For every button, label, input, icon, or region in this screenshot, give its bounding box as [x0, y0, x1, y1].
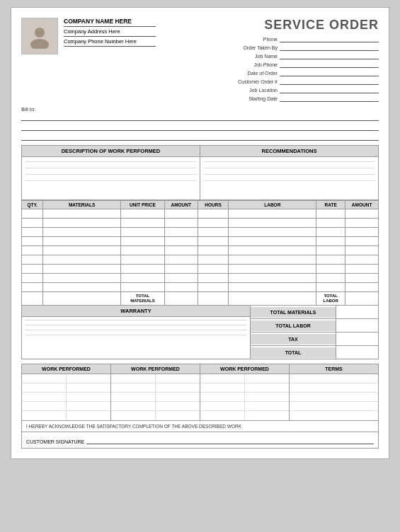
work-cell[interactable]	[22, 393, 67, 401]
bill-to-line-3[interactable]	[21, 134, 379, 141]
starting-date-input[interactable]	[280, 95, 379, 102]
work-cell[interactable]	[111, 402, 156, 410]
work-performed-section: WORK PERFORMED WORK PERFORMED WORK PERFO…	[21, 364, 379, 421]
work-col1-header: WORK PERFORMED	[22, 364, 111, 374]
total-materials-label: TOTAL MATERIALS	[251, 307, 336, 318]
table-row[interactable]	[22, 228, 379, 237]
work-inner-row[interactable]	[111, 383, 200, 393]
total-materials-value[interactable]	[336, 306, 378, 318]
date-of-order-label: Date of Order	[221, 71, 278, 76]
work-inner-row[interactable]	[200, 411, 289, 420]
date-of-order-row: Date of Order	[221, 69, 379, 76]
work-inner-row[interactable]	[111, 374, 200, 383]
work-cell[interactable]	[200, 383, 245, 392]
work-cell[interactable]	[67, 383, 110, 392]
terms-row[interactable]	[290, 411, 378, 420]
date-of-order-input[interactable]	[280, 69, 379, 76]
work-cell[interactable]	[245, 374, 289, 383]
work-cell[interactable]	[67, 374, 110, 383]
work-cell[interactable]	[22, 383, 67, 392]
work-cell[interactable]	[22, 374, 67, 383]
work-cell[interactable]	[245, 411, 289, 420]
terms-row[interactable]	[290, 383, 378, 393]
acknowledgment-section: I HEREBY ACKNOWLEDGE THE SATISFACTORY CO…	[21, 421, 379, 432]
work-inner-row[interactable]	[22, 411, 110, 420]
work-cell[interactable]	[111, 374, 156, 383]
work-inner-row[interactable]	[200, 374, 289, 383]
col-header-amount: AMOUNT	[164, 201, 198, 209]
table-row[interactable]	[22, 246, 379, 255]
work-inner-row[interactable]	[200, 383, 289, 393]
work-cell[interactable]	[67, 411, 110, 420]
work-cell[interactable]	[67, 393, 110, 401]
work-cell[interactable]	[200, 411, 245, 420]
table-row[interactable]	[22, 219, 379, 228]
work-inner-row[interactable]	[111, 393, 200, 402]
work-cell[interactable]	[156, 374, 200, 383]
table-row[interactable]	[22, 283, 379, 292]
order-fields: Phone Order Taken By Job Name Job Phone …	[221, 35, 379, 102]
description-header-row: DESCRIPTION OF WORK PERFORMED RECOMMENDA…	[22, 146, 378, 157]
terms-row[interactable]	[290, 402, 378, 411]
bill-to-line-2[interactable]	[21, 124, 379, 131]
work-cell[interactable]	[245, 393, 289, 401]
bill-to-line-1[interactable]	[21, 114, 379, 121]
work-inner-row[interactable]	[111, 411, 200, 420]
work-body-col4-terms	[290, 374, 378, 420]
table-row[interactable]	[22, 209, 379, 219]
order-taken-by-input[interactable]	[280, 44, 379, 51]
work-cell[interactable]	[111, 383, 156, 392]
company-photo	[21, 18, 58, 54]
work-col2-header: WORK PERFORMED	[111, 364, 200, 374]
desc-work-performed-header: DESCRIPTION OF WORK PERFORMED	[22, 146, 200, 156]
work-cell[interactable]	[67, 402, 110, 410]
work-inner-row[interactable]	[22, 374, 110, 383]
work-cell[interactable]	[245, 402, 289, 410]
description-recommendations-body[interactable]	[200, 157, 378, 200]
phone-input-line[interactable]	[280, 35, 379, 42]
work-cell[interactable]	[22, 411, 67, 420]
work-inner-row[interactable]	[22, 402, 110, 411]
table-row[interactable]	[22, 237, 379, 246]
table-row[interactable]	[22, 255, 379, 265]
work-cell[interactable]	[156, 393, 200, 401]
description-section: DESCRIPTION OF WORK PERFORMED RECOMMENDA…	[21, 145, 379, 200]
table-row[interactable]	[22, 265, 379, 274]
work-header-row: WORK PERFORMED WORK PERFORMED WORK PERFO…	[22, 364, 378, 374]
tax-value[interactable]	[336, 332, 378, 345]
desc-line-2	[25, 168, 197, 168]
work-cell[interactable]	[111, 393, 156, 401]
job-name-input[interactable]	[280, 52, 379, 59]
work-inner-row[interactable]	[22, 383, 110, 393]
desc-line-1	[25, 161, 197, 162]
work-cell[interactable]	[111, 411, 156, 420]
job-phone-input[interactable]	[280, 61, 379, 68]
total-labor-label: TOTALLABOR	[316, 292, 345, 306]
work-inner-row[interactable]	[111, 402, 200, 411]
total-labor-row: TOTAL LABOR	[251, 319, 378, 332]
work-cell[interactable]	[245, 383, 289, 392]
total-labor-value[interactable]	[336, 319, 378, 332]
description-work-body[interactable]	[22, 157, 200, 200]
signature-line[interactable]	[86, 436, 374, 444]
job-name-row: Job Name	[221, 52, 379, 59]
work-cell[interactable]	[156, 411, 200, 420]
work-inner-row[interactable]	[200, 402, 289, 411]
work-cell[interactable]	[156, 402, 200, 410]
terms-row[interactable]	[290, 393, 378, 402]
work-inner-row[interactable]	[22, 393, 110, 402]
work-cell[interactable]	[156, 383, 200, 392]
terms-row[interactable]	[290, 374, 378, 383]
phone-label: Phone	[221, 37, 278, 42]
total-value[interactable]	[336, 346, 378, 359]
work-inner-row[interactable]	[200, 393, 289, 402]
work-col4-header: TERMS	[290, 364, 378, 374]
work-cell[interactable]	[200, 393, 245, 401]
table-row[interactable]	[22, 274, 379, 283]
customer-order-input[interactable]	[280, 78, 379, 85]
work-cell[interactable]	[22, 402, 67, 410]
company-name: COMPANY NAME HERE	[64, 18, 156, 27]
work-cell[interactable]	[200, 402, 245, 410]
job-location-input[interactable]	[280, 86, 379, 93]
work-cell[interactable]	[200, 374, 245, 383]
